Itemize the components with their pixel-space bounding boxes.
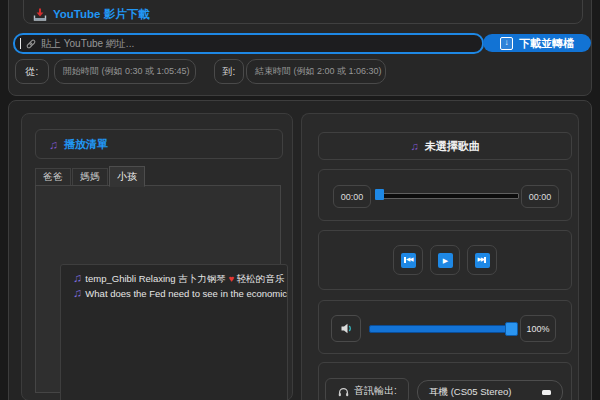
previous-track-icon: ◀◀ <box>401 253 416 268</box>
play-icon: ▶ <box>438 253 453 268</box>
volume-percent: 100% <box>520 315 556 342</box>
headphones-icon <box>337 385 350 398</box>
downloader-section: YouTube 影片下載 貼上 YouTube 網址... ↓ 下載並轉檔 從:… <box>8 0 592 96</box>
music-note-icon: ♫ <box>410 141 418 152</box>
dropdown-indicator-icon <box>542 390 551 395</box>
downloader-groupbox: YouTube 影片下載 <box>23 0 583 24</box>
playlist-title: 播放清單 <box>64 137 108 152</box>
from-label: 從: <box>15 59 49 84</box>
playlist-tabs: 爸爸媽媽小孩 <box>35 166 145 186</box>
transport-controls-groupbox: ◀◀ ▶ ▶▶ <box>318 230 572 290</box>
audio-output-dropdown[interactable]: 耳機 (CS05 Stereo) <box>417 380 563 400</box>
seek-slider-track[interactable] <box>376 193 519 199</box>
audio-output-groupbox: 音訊輸出: 耳機 (CS05 Stereo) <box>318 362 572 400</box>
audio-output-label: 音訊輸出: <box>354 384 397 398</box>
playlist-tab-1[interactable]: 爸爸 <box>35 168 71 186</box>
now-playing-label: 未選擇歌曲 <box>425 139 480 154</box>
next-track-icon: ▶▶ <box>475 253 490 268</box>
seek-slider-thumb[interactable] <box>375 189 384 200</box>
volume-slider-track[interactable] <box>369 325 517 333</box>
previous-track-button[interactable]: ◀◀ <box>393 245 423 275</box>
playlist-tab-content: ♫ temp_Ghibli Relaxing 吉卜力钢琴 ♥ 轻松的音乐 ♫♫ … <box>35 185 281 393</box>
next-track-button[interactable]: ▶▶ <box>467 245 497 275</box>
download-convert-button[interactable]: ↓ 下載並轉檔 <box>483 34 591 52</box>
playlist-listbox[interactable]: ♫ temp_Ghibli Relaxing 吉卜力钢琴 ♥ 轻松的音乐 ♫♫ … <box>60 264 288 400</box>
link-icon <box>25 38 37 50</box>
app-window: YouTube 影片下載 貼上 YouTube 網址... ↓ 下載並轉檔 從:… <box>0 0 600 400</box>
mute-button[interactable] <box>331 315 361 342</box>
playlist-tab-2[interactable]: 媽媽 <box>72 168 108 186</box>
volume-groupbox: 100% <box>318 300 572 354</box>
playlist-items: ♫ temp_Ghibli Relaxing 吉卜力钢琴 ♥ 轻松的音乐 ♫♫ … <box>73 271 287 301</box>
total-time: 00:00 <box>521 185 559 208</box>
player-section: ♫ 未選擇歌曲 00:00 00:00 ◀◀ ▶ <box>301 113 579 400</box>
audio-output-label-box: 音訊輸出: <box>325 378 409 400</box>
music-note-icon: ♫ <box>49 139 58 151</box>
downloader-title: YouTube 影片下載 <box>53 7 150 22</box>
now-playing-groupbox: ♫ 未選擇歌曲 <box>318 132 572 160</box>
list-item[interactable]: ♫ temp_Ghibli Relaxing 吉卜力钢琴 ♥ 轻松的音乐 ♫♫ … <box>73 271 287 286</box>
start-time-placeholder: 開始時間 (例如 0:30 或 1:05:45) <box>63 65 190 78</box>
download-button-label: 下載並轉檔 <box>519 36 574 51</box>
elapsed-time: 00:00 <box>333 185 371 208</box>
download-icon: ↓ <box>500 37 513 50</box>
to-label: 到: <box>214 59 244 84</box>
speaker-icon <box>340 322 353 335</box>
music-note-icon: ♫ <box>73 271 85 285</box>
downloader-header: YouTube 影片下載 <box>33 7 150 22</box>
seek-groupbox: 00:00 00:00 <box>318 169 572 221</box>
download-tray-icon <box>33 8 47 22</box>
text-cursor <box>20 38 21 49</box>
url-placeholder: 貼上 YouTube 網址... <box>41 37 134 51</box>
playlist-header: ♫ 播放清單 <box>49 137 108 152</box>
list-item[interactable]: ♫ What does the Fed need to see in the e… <box>73 286 287 301</box>
start-time-input[interactable]: 開始時間 (例如 0:30 或 1:05:45) <box>54 59 196 84</box>
audio-output-device: 耳機 (CS05 Stereo) <box>429 386 511 399</box>
library-section: ♫ 播放清單 爸爸媽媽小孩 ♫ temp_Ghibli Relaxing 吉卜力… <box>8 100 592 400</box>
playlist-groupbox: ♫ 播放清單 <box>35 129 283 159</box>
playlist-tab-3[interactable]: 小孩 <box>109 166 145 187</box>
volume-slider-thumb[interactable] <box>505 322 518 336</box>
playlist-section: ♫ 播放清單 爸爸媽媽小孩 ♫ temp_Ghibli Relaxing 吉卜力… <box>21 113 293 400</box>
end-time-input[interactable]: 結束時間 (例如 2:00 或 1:06:30) <box>246 59 386 84</box>
end-time-placeholder: 結束時間 (例如 2:00 或 1:06:30) <box>255 65 382 78</box>
play-button[interactable]: ▶ <box>430 245 460 275</box>
music-note-icon: ♫ <box>73 286 85 300</box>
url-input[interactable]: 貼上 YouTube 網址... <box>13 33 484 54</box>
